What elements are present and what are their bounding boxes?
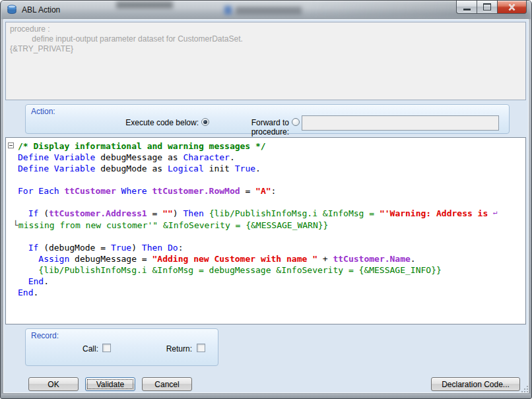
declaration-code-button[interactable]: Declaration Code... (431, 377, 520, 391)
fold-collapse-icon[interactable] (8, 142, 14, 148)
code-line: └missing from new customer'" &InfoSeveri… (6, 220, 524, 231)
execute-code-label: Execute code below: (106, 118, 199, 127)
close-button[interactable] (498, 1, 527, 14)
forward-procedure-label: Forward to procedure: (215, 118, 289, 137)
description-line: define input-output parameter dataset fo… (10, 34, 521, 44)
record-call-checkbox[interactable]: ✓ (102, 344, 111, 352)
background-window-blur (116, 1, 173, 9)
code-line: End. (6, 276, 524, 287)
code-line: If (ttCustomer.Address1 = "") Then {lib/… (6, 208, 524, 220)
abl-action-dialog: ABL Action procedure : define input-outp… (0, 0, 532, 399)
code-line (6, 197, 524, 208)
action-group-label: Action: (31, 107, 55, 116)
minimize-icon (463, 9, 471, 11)
code-line: {lib/PublishInfoMsg.i &InfoMsg = debugMe… (6, 264, 524, 276)
code-line: Define Variable debugMode as Logical ini… (6, 163, 524, 174)
code-line: /* Display informational and warning mes… (6, 140, 524, 152)
code-line: For Each ttCustomer Where ttCustomer.Row… (6, 185, 524, 197)
forward-procedure-radio[interactable] (292, 118, 300, 126)
app-icon-database (7, 5, 17, 15)
record-group-label: Record: (31, 331, 59, 340)
validate-button[interactable]: Validate (85, 377, 135, 391)
record-return-label: Return: (152, 344, 192, 353)
close-icon (508, 3, 516, 11)
window-title: ABL Action (22, 5, 60, 15)
code-line (6, 174, 524, 185)
background-window-icon-blur (224, 6, 232, 15)
minimize-button[interactable] (456, 1, 477, 14)
record-return-checkbox[interactable]: ✓ (197, 344, 205, 352)
execute-code-radio[interactable] (201, 118, 209, 126)
ok-button[interactable]: OK (28, 377, 79, 391)
record-call-label: Call: (60, 344, 98, 353)
code-editor[interactable]: /* Display informational and warning mes… (5, 137, 526, 324)
cancel-button[interactable]: Cancel (142, 377, 192, 391)
forward-procedure-input[interactable] (302, 115, 499, 131)
maximize-button[interactable] (477, 1, 498, 14)
background-window-blur (236, 7, 302, 15)
window-bottom-frame (1, 394, 531, 398)
maximize-icon (483, 3, 491, 11)
title-bar[interactable]: ABL Action (1, 1, 531, 19)
code-line (6, 231, 524, 242)
code-line: Define Variable debugMessage as Characte… (6, 152, 524, 163)
code-line: If (debugMode = True) Then Do: (6, 242, 524, 253)
description-line: procedure : (10, 24, 521, 34)
description-line: {&TRY_PRIVATE} (10, 44, 521, 54)
resize-grip[interactable] (521, 385, 529, 392)
procedure-description: procedure : define input-output paramete… (5, 22, 526, 100)
code-line: Assign debugMessage = "Adding new Custom… (6, 253, 524, 264)
code-line: End. (6, 287, 524, 298)
